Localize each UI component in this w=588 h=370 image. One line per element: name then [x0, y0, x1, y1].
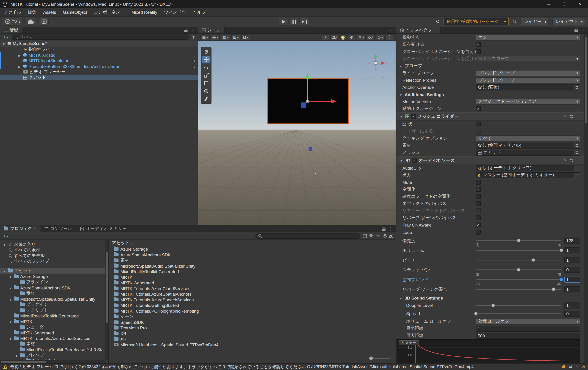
asset-folder-row[interactable]: MRTK.Tutorials.AzureCloudServices [109, 285, 396, 291]
menu-item[interactable]: ウィンドウ [160, 8, 189, 16]
panel-menu-icon[interactable] [388, 226, 393, 231]
asset-folder-row[interactable]: AzureSpatialAnchors.SDK [109, 252, 396, 258]
post-spatialize-checkbox[interactable] [476, 194, 481, 199]
scene-audio-button[interactable] [348, 34, 356, 40]
reverb-mix-slider[interactable] [476, 286, 561, 292]
snap-settings-dropdown[interactable]: ⊞ [231, 34, 240, 40]
asset-folder-row[interactable]: XRI [109, 336, 396, 342]
activity-icon[interactable] [562, 365, 566, 369]
volume-value[interactable]: 1 [564, 247, 580, 253]
sync-icon[interactable]: ⇄ [569, 364, 572, 369]
rolloff-dropdown[interactable]: 対数ロールオフ [476, 318, 580, 324]
asset-folder-row[interactable]: MRTK.Tutorials.GettingStarted [109, 303, 396, 308]
foldout-icon[interactable] [399, 114, 404, 119]
menu-item[interactable]: ヘルプ [189, 8, 209, 16]
tree-item[interactable]: Microsoft.SpatialAudio.Spatializer.Unity [0, 296, 108, 302]
menu-item[interactable]: 編集 [24, 8, 40, 16]
spatial-blend-slider[interactable]: 2D3D [476, 277, 561, 283]
convex-checkbox[interactable] [476, 122, 481, 127]
priority-value[interactable]: 128 [564, 238, 580, 243]
asset-folder-row[interactable]: MRTK.Tutorials.AzureSpatialAnchors [109, 291, 396, 297]
open-prefab-icon[interactable] [194, 64, 195, 69]
foldout-icon[interactable] [2, 269, 7, 273]
tab-hierarchy[interactable]: 階層 [0, 27, 22, 33]
account-dropdown[interactable]: TV [3, 18, 22, 25]
asset-folder-row[interactable]: Microsoft.SpatialAudio.Spatializer.Unity [109, 263, 396, 269]
audio-source-gizmo[interactable] [309, 147, 312, 151]
tree-item[interactable]: MixedRealityToolkit.Prerelease.2.4.0.Sta [0, 347, 108, 353]
asset-folder-row[interactable]: SpeechSDK [109, 319, 396, 325]
output-mixer-field[interactable]: マスター (空間オーディオ ミキサー) [476, 172, 580, 178]
tab-project[interactable]: プロジェクト [0, 226, 41, 232]
hierarchy-item-video-player[interactable]: ビデオ プレーヤー [0, 69, 198, 75]
anchor-override-field[interactable]: なし (変換) [476, 84, 580, 90]
scrollbar-thumb[interactable] [585, 37, 587, 123]
pitch-slider[interactable] [476, 257, 561, 263]
lock-icon[interactable] [382, 227, 386, 230]
undo-history-icon[interactable] [436, 19, 440, 24]
presets-icon[interactable] [569, 115, 574, 118]
project-search-input[interactable] [255, 233, 360, 239]
asset-folder-row[interactable]: シーン [109, 314, 396, 319]
loop-checkbox[interactable] [476, 230, 481, 235]
menu-item[interactable]: Mixed Reality [128, 8, 160, 16]
stereo-pan-value[interactable]: 0 [564, 267, 580, 273]
tree-vertical-scrollbar[interactable] [105, 240, 108, 360]
tree-item[interactable]: シェーダー [0, 324, 108, 330]
breadcrumb-item[interactable]: アセット [112, 240, 129, 246]
open-prefab-icon[interactable] [194, 58, 195, 63]
physic-material-field[interactable]: なし (物理マテリアル) [476, 142, 580, 148]
close-button[interactable]: × [572, 0, 588, 8]
tree-item[interactable]: 素材 [0, 290, 108, 296]
transform-tool-button[interactable] [202, 87, 210, 95]
sound3d-foldout[interactable]: 3D Sound Settings [396, 294, 584, 301]
doppler-value[interactable]: 1 [564, 303, 580, 308]
rolloff-graph[interactable]: リスナー 1.1 1.0 [396, 339, 580, 363]
hierarchy-search-input[interactable]: すべて [12, 34, 189, 40]
scrollbar-thumb[interactable] [106, 251, 108, 323]
tab-inspector[interactable]: インスペクター [396, 27, 441, 33]
tree-item-assets-root[interactable]: アセット [0, 268, 108, 274]
motion-vectors-dropdown[interactable]: オブジェクト モーションごと [476, 98, 580, 104]
scene-header-row[interactable]: MySampleScene* [0, 41, 198, 47]
receive-shadows-checkbox[interactable] [476, 42, 481, 47]
foldout-icon[interactable] [17, 64, 22, 69]
tree-item[interactable]: MRTK.Tutorials.AzureCloudServices [0, 336, 108, 341]
probes-foldout[interactable]: プローブ [396, 62, 584, 69]
scale-tool-button[interactable] [202, 72, 210, 79]
perspective-label[interactable]: < パースペクティブ [357, 76, 390, 87]
spatial-blend-value[interactable]: 1 [564, 277, 580, 283]
search-icon[interactable] [513, 20, 517, 24]
audio-source-header[interactable]: オーディオ ソース ? [396, 156, 584, 164]
menu-item[interactable]: ファイル [0, 8, 24, 16]
doppler-slider[interactable] [476, 303, 561, 308]
foldout-icon[interactable] [8, 296, 13, 301]
step-button[interactable] [300, 18, 310, 25]
console-status-icon[interactable]: ⊘ [582, 364, 585, 369]
view-pan-tool-button[interactable] [202, 48, 210, 55]
spread-value[interactable]: 0 [564, 311, 580, 317]
inspector-scrollbar[interactable] [584, 34, 588, 363]
tool-settings-dropdown[interactable]: ▣ [200, 34, 210, 40]
tree-horizontal-scrollbar[interactable] [0, 360, 105, 363]
asset-folder-row[interactable]: 素材 [109, 258, 396, 263]
add-gameobject-button[interactable]: + [2, 35, 10, 40]
favorite-search-item[interactable]: すべてのプレハブ [0, 259, 108, 264]
dynamic-occlusion-checkbox[interactable] [476, 106, 481, 111]
camera-view-dropdown[interactable]: ◉ [211, 34, 220, 40]
asset-video-row[interactable]: Microsoft HoloLens - Spatial Sound-PTPvx… [109, 342, 396, 348]
presets-icon[interactable] [569, 158, 574, 162]
foldout-icon[interactable] [8, 319, 13, 324]
save-search-icon[interactable] [376, 233, 380, 239]
2d-toggle-button[interactable]: 2D [330, 34, 338, 40]
priority-slider[interactable]: 高低 [476, 238, 561, 243]
help-icon[interactable]: ? [564, 114, 566, 119]
hierarchy-item-quad[interactable]: クアッド [0, 75, 198, 80]
tree-item[interactable]: プラグイン [0, 302, 108, 307]
additional-settings-foldout[interactable]: Additional Settings [396, 91, 584, 98]
foldout-icon[interactable] [8, 274, 13, 279]
tree-item[interactable]: スクリプト [0, 307, 108, 313]
object-picker-icon[interactable] [574, 143, 580, 148]
minimize-button[interactable] [541, 0, 556, 8]
snap-increment-dropdown[interactable]: ⊔ [242, 34, 250, 40]
